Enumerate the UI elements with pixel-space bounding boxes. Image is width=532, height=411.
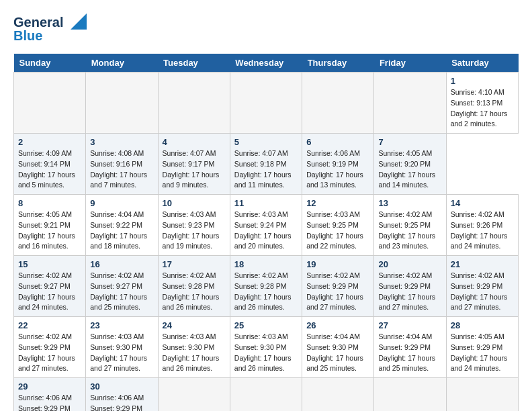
daylight: Daylight: 17 hours and 27 minutes. [378,293,435,312]
cell-info: Sunrise: 4:03 AMSunset: 9:30 PMDaylight:… [234,332,298,374]
sunrise: Sunrise: 4:02 AM [378,210,432,218]
day-number: 7 [378,137,441,147]
sunrise: Sunrise: 4:05 AM [378,149,432,157]
calendar-cell: 11Sunrise: 4:03 AMSunset: 9:24 PMDayligh… [230,195,302,256]
sunrise: Sunrise: 4:05 AM [451,332,504,340]
cell-info: Sunrise: 4:06 AMSunset: 9:19 PMDaylight:… [306,148,369,191]
calendar-cell: 7Sunrise: 4:05 AMSunset: 9:20 PMDaylight… [374,134,446,195]
day-number: 19 [306,259,369,269]
cell-info: Sunrise: 4:03 AMSunset: 9:24 PMDaylight:… [234,210,298,252]
cell-info: Sunrise: 4:05 AMSunset: 9:29 PMDaylight:… [451,332,514,374]
calendar-cell [302,73,374,134]
logo-general: General [13,15,63,30]
daylight: Daylight: 17 hours and 27 minutes. [18,354,75,373]
sunrise: Sunrise: 4:09 AM [18,149,72,157]
sunrise: Sunrise: 4:02 AM [18,271,72,279]
cell-info: Sunrise: 4:02 AMSunset: 9:26 PMDaylight:… [451,210,514,252]
daylight: Daylight: 17 hours and 24 minutes. [18,293,75,312]
sunrise: Sunrise: 4:03 AM [306,210,360,218]
sunrise: Sunrise: 4:02 AM [451,210,504,218]
daylight: Daylight: 17 hours and 14 minutes. [378,171,435,189]
header-saturday: Saturday [446,54,518,73]
day-number: 13 [378,198,441,208]
calendar-cell: 20Sunrise: 4:02 AMSunset: 9:29 PMDayligh… [374,256,446,317]
calendar-cell: 18Sunrise: 4:02 AMSunset: 9:28 PMDayligh… [230,256,302,317]
calendar-cell [14,73,86,134]
daylight: Daylight: 17 hours and 25 minutes. [378,354,435,373]
sunset: Sunset: 9:25 PM [306,221,359,229]
daylight: Daylight: 17 hours and 24 minutes. [451,354,508,373]
daylight: Daylight: 17 hours and 26 minutes. [234,354,292,373]
header-thursday: Thursday [302,54,374,73]
sunrise: Sunrise: 4:06 AM [306,149,360,157]
day-number: 30 [90,381,153,392]
sunset: Sunset: 9:22 PM [90,221,142,229]
daylight: Daylight: 17 hours and 13 minutes. [306,171,363,189]
header-monday: Monday [86,54,158,73]
sunset: Sunset: 9:28 PM [234,282,287,290]
sunrise: Sunrise: 4:03 AM [90,332,144,340]
cell-info: Sunrise: 4:02 AMSunset: 9:28 PMDaylight:… [163,271,226,313]
header-tuesday: Tuesday [158,54,230,73]
cell-info: Sunrise: 4:02 AMSunset: 9:28 PMDaylight:… [234,271,298,313]
sunset: Sunset: 9:29 PM [18,404,71,411]
daylight: Daylight: 17 hours and 27 minutes. [90,354,147,373]
sunrise: Sunrise: 4:02 AM [163,271,216,279]
sunrise: Sunrise: 4:02 AM [451,271,504,279]
sunrise: Sunrise: 4:04 AM [306,332,360,340]
calendar-cell: 25Sunrise: 4:03 AMSunset: 9:30 PMDayligh… [230,317,302,378]
calendar-cell: 12Sunrise: 4:03 AMSunset: 9:25 PMDayligh… [302,195,374,256]
logo-blue: Blue [13,28,87,43]
daylight: Daylight: 17 hours and 5 minutes. [18,171,75,189]
sunset: Sunset: 9:30 PM [306,343,359,351]
day-number: 2 [18,137,81,147]
day-number: 22 [18,320,81,330]
sunset: Sunset: 9:29 PM [378,282,431,290]
sunrise: Sunrise: 4:05 AM [18,210,72,218]
week-row-4: 15Sunrise: 4:02 AMSunset: 9:27 PMDayligh… [14,256,519,317]
calendar-cell: 16Sunrise: 4:02 AMSunset: 9:27 PMDayligh… [86,256,158,317]
calendar-cell: 19Sunrise: 4:02 AMSunset: 9:29 PMDayligh… [302,256,374,317]
day-number: 26 [306,320,369,330]
sunset: Sunset: 9:27 PM [90,282,142,290]
cell-info: Sunrise: 4:05 AMSunset: 9:21 PMDaylight:… [18,210,81,252]
sunrise: Sunrise: 4:04 AM [90,210,144,218]
sunset: Sunset: 9:26 PM [451,221,503,229]
day-number: 12 [306,198,369,208]
daylight: Daylight: 17 hours and 19 minutes. [163,232,220,250]
sunset: Sunset: 9:29 PM [18,343,71,351]
sunset: Sunset: 9:18 PM [234,160,287,168]
daylight: Daylight: 17 hours and 25 minutes. [90,293,147,312]
cell-info: Sunrise: 4:09 AMSunset: 9:14 PMDaylight:… [18,148,81,191]
sunset: Sunset: 9:28 PM [163,282,215,290]
cell-info: Sunrise: 4:07 AMSunset: 9:18 PMDaylight:… [234,148,298,191]
daylight: Daylight: 17 hours and 20 minutes. [234,232,292,250]
day-number: 6 [306,137,369,147]
cell-info: Sunrise: 4:02 AMSunset: 9:29 PMDaylight:… [451,271,514,313]
cell-info: Sunrise: 4:02 AMSunset: 9:29 PMDaylight:… [306,271,369,313]
cell-info: Sunrise: 4:06 AMSunset: 9:29 PMDaylight:… [90,393,153,411]
calendar-cell: 26Sunrise: 4:04 AMSunset: 9:30 PMDayligh… [302,317,374,378]
cell-info: Sunrise: 4:06 AMSunset: 9:29 PMDaylight:… [18,393,81,411]
day-number: 18 [234,259,298,269]
page-header: General Blue [13,13,519,43]
sunrise: Sunrise: 4:03 AM [163,332,216,340]
calendar-cell [446,378,518,412]
calendar-cell: 28Sunrise: 4:05 AMSunset: 9:29 PMDayligh… [446,317,518,378]
day-number: 17 [163,259,226,269]
day-number: 3 [90,137,153,147]
day-number: 20 [378,259,441,269]
calendar-cell: 6Sunrise: 4:06 AMSunset: 9:19 PMDaylight… [302,134,374,195]
sunrise: Sunrise: 4:04 AM [378,332,432,340]
calendar-cell: 14Sunrise: 4:02 AMSunset: 9:26 PMDayligh… [446,195,518,256]
calendar-cell [302,378,374,412]
header-friday: Friday [374,54,446,73]
daylight: Daylight: 17 hours and 22 minutes. [306,232,363,250]
week-row-1: 1Sunrise: 4:10 AMSunset: 9:13 PMDaylight… [14,73,519,134]
calendar-cell: 13Sunrise: 4:02 AMSunset: 9:25 PMDayligh… [374,195,446,256]
calendar-cell: 24Sunrise: 4:03 AMSunset: 9:30 PMDayligh… [158,317,230,378]
sunset: Sunset: 9:19 PM [306,160,359,168]
day-number: 15 [18,259,81,269]
cell-info: Sunrise: 4:02 AMSunset: 9:29 PMDaylight:… [18,332,81,374]
sunset: Sunset: 9:13 PM [451,99,503,107]
